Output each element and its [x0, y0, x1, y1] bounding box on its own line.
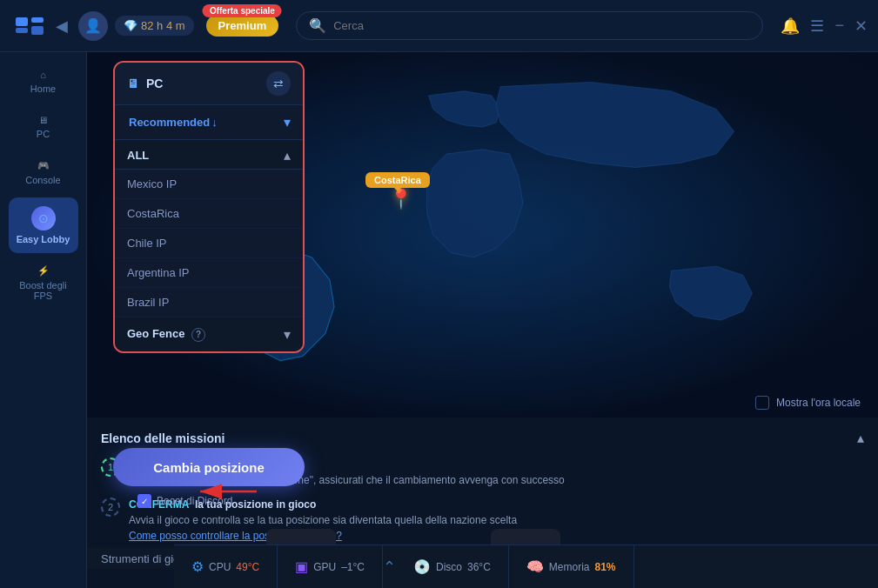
status-memory: 🧠 Memoria 81% — [509, 545, 634, 588]
status-gpu: ▣ GPU –1°C — [278, 545, 383, 588]
main-area: CostaRica 📍 Mostra l'ora locale 🖥 PC ⇄ R… — [87, 52, 878, 588]
sidebar-label-boost-fps: Boost degli FPS — [16, 280, 71, 301]
gpu-icon: ▣ — [295, 558, 308, 575]
status-cpu: ⚙ CPU 49°C — [174, 545, 278, 588]
status-bar: ⚙ CPU 49°C ▣ GPU –1°C ⌃ 💿 Disco 36°C 🧠 M… — [174, 545, 878, 588]
locale-check[interactable]: Mostra l'ora locale — [755, 396, 861, 410]
arrow-indicator — [191, 478, 261, 508]
xp-value: 82 h 4 m — [141, 19, 185, 32]
sidebar-item-easy-lobby[interactable]: ⊙ Easy Lobby — [9, 197, 78, 253]
map-tooltip: CostaRica — [365, 172, 430, 188]
svg-rect-2 — [31, 17, 44, 23]
geo-fence-label: Geo Fence ? — [127, 327, 205, 342]
all-label: ALL — [127, 149, 149, 162]
cpu-value: 49°C — [236, 561, 259, 573]
close-icon[interactable]: ✕ — [855, 17, 868, 36]
missions-collapse[interactable]: ▴ — [857, 430, 864, 446]
sidebar-item-console[interactable]: 🎮 Console — [9, 151, 78, 194]
disk-icon: 💿 — [413, 558, 431, 575]
cpu-icon: ⚙ — [191, 558, 204, 575]
console-icon: 🎮 — [37, 160, 50, 171]
refresh-button[interactable]: ⇄ — [266, 71, 291, 96]
home-icon: ⌂ — [40, 70, 46, 80]
missions-title: Elenco delle missioni — [101, 431, 225, 445]
mission-num-2: 2 — [101, 498, 120, 517]
notification-icon[interactable]: 🔔 — [781, 17, 800, 36]
country-chile[interactable]: Chile IP — [115, 229, 303, 258]
premium-button[interactable]: Offerta speciale Premium — [206, 15, 279, 37]
offerta-badge: Offerta speciale — [203, 4, 282, 17]
missions-header: Elenco delle missioni ▴ — [101, 430, 864, 446]
search-bar[interactable]: 🔍 — [296, 11, 763, 40]
panel-header: 🖥 PC ⇄ — [115, 63, 303, 105]
country-brazil[interactable]: Brazil IP — [115, 288, 303, 317]
sidebar-label-home: Home — [30, 84, 56, 94]
disk-value: 36°C — [467, 561, 491, 573]
pc-icon: 🖥 — [38, 115, 48, 125]
xp-icon: 💎 — [124, 19, 137, 32]
mission-desc-2: Avvia il gioco e controlla se la tua pos… — [129, 514, 517, 526]
country-list: Mexico IP CostaRica Chile IP Argentina I… — [115, 170, 303, 317]
all-chevron: ▴ — [284, 147, 291, 164]
all-section-header[interactable]: ALL ▴ — [115, 140, 303, 170]
mem-icon: 🧠 — [526, 558, 544, 575]
app-logo — [10, 7, 49, 45]
locale-label: Mostra l'ora locale — [776, 397, 861, 409]
sidebar-label-console: Console — [25, 175, 60, 185]
search-icon: 🔍 — [309, 17, 326, 34]
pc-panel-icon: 🖥 — [127, 77, 139, 90]
recommended-chevron: ▾ — [284, 114, 291, 130]
xp-badge: 💎 82 h 4 m — [115, 16, 194, 36]
sidebar-item-pc[interactable]: 🖥 PC — [9, 106, 78, 148]
menu-icon[interactable]: ☰ — [810, 17, 824, 36]
geo-fence-help: ? — [191, 328, 205, 342]
chevron-up-icon[interactable]: ⌃ — [383, 558, 396, 577]
minimize-icon[interactable]: − — [834, 17, 844, 35]
recommended-row[interactable]: Recommended↓ ▾ — [115, 105, 303, 140]
location-panel: 🖥 PC ⇄ Recommended↓ ▾ ALL ▴ Mexico IP Co… — [113, 61, 305, 353]
svg-rect-3 — [31, 26, 44, 35]
gpu-label: GPU — [313, 561, 336, 573]
gpu-value: –1°C — [341, 561, 365, 573]
discord-checkbox[interactable]: ✓ — [137, 494, 151, 508]
top-icons: 🔔 ☰ − ✕ — [781, 17, 868, 36]
sidebar-label-pc: PC — [37, 129, 50, 139]
geo-fence-chevron: ▾ — [284, 326, 291, 343]
sidebar-item-home[interactable]: ⌂ Home — [9, 61, 78, 103]
search-input[interactable] — [333, 19, 750, 32]
svg-rect-1 — [16, 28, 28, 33]
country-argentina[interactable]: Argentina IP — [115, 258, 303, 288]
easy-lobby-icon: ⊙ — [31, 206, 56, 231]
user-area: 👤 💎 82 h 4 m Offerta speciale Premium — [78, 11, 278, 41]
mem-value: 81% — [595, 561, 616, 573]
avatar: 👤 — [78, 11, 108, 41]
sidebar: ⌂ Home 🖥 PC 🎮 Console ⊙ Easy Lobby ⚡ Boo… — [0, 52, 87, 588]
cpu-label: CPU — [209, 561, 231, 573]
top-bar: ◀ 👤 💎 82 h 4 m Offerta speciale Premium … — [0, 0, 878, 52]
geo-fence-row[interactable]: Geo Fence ? ▾ — [115, 317, 303, 351]
country-mexico[interactable]: Mexico IP — [115, 170, 303, 199]
mem-label: Memoria — [549, 561, 590, 573]
country-costarica[interactable]: CostaRica — [115, 199, 303, 229]
disk-label: Disco — [436, 561, 462, 573]
sidebar-label-easy-lobby: Easy Lobby — [17, 234, 70, 244]
sidebar-item-boost-fps[interactable]: ⚡ Boost degli FPS — [9, 257, 78, 310]
status-disk: 💿 Disco 36°C — [396, 545, 509, 588]
panel-title: 🖥 PC — [127, 77, 163, 90]
boost-fps-icon: ⚡ — [37, 265, 50, 277]
recommended-label: Recommended↓ — [127, 116, 218, 129]
svg-rect-0 — [16, 17, 28, 26]
back-button[interactable]: ◀ — [56, 17, 68, 36]
locale-checkbox[interactable] — [755, 396, 769, 410]
